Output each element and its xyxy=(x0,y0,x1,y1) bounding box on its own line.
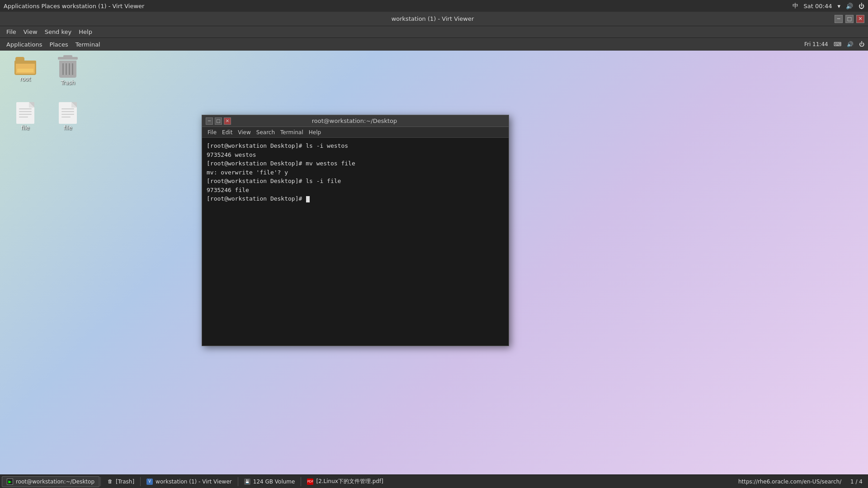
file-icon-shape-1 xyxy=(16,102,34,124)
taskbar-pdf-label: [2.Linux下的文件管理.pdf] xyxy=(316,478,383,485)
vv-menu-view[interactable]: View xyxy=(20,28,41,35)
terminal-body[interactable]: [root@workstation Desktop]# ls -i westos… xyxy=(202,138,509,346)
terminal-line-2: [root@workstation Desktop]# mv westos fi… xyxy=(207,159,504,168)
terminal-titlebar: ─ □ ✕ root@workstation:~/Desktop xyxy=(202,115,509,127)
trash-lid xyxy=(58,57,78,60)
taskbar-item-pdf[interactable]: PDF [2.Linux下的文件管理.pdf] xyxy=(302,476,388,487)
terminal-line-0: [root@workstation Desktop]# ls -i westos xyxy=(207,141,504,150)
host-topbar: Applications Places workstation (1) - Vi… xyxy=(0,0,868,12)
taskbar-sep-1 xyxy=(100,477,101,486)
terminal-title-text: root@workstation:~/Desktop xyxy=(231,117,478,124)
trash-line-1 xyxy=(62,63,64,75)
term-menu-help[interactable]: Help xyxy=(306,129,324,136)
virt-viewer-menubar: File View Send key Help xyxy=(0,26,868,38)
vv-close-button[interactable]: ✕ xyxy=(856,15,864,23)
terminal-line-4: [root@workstation Desktop]# ls -i file xyxy=(207,177,504,186)
desktop-icon-trash[interactable]: Trash xyxy=(50,54,86,89)
host-taskbar: ▶ root@workstation:~/Desktop 🗑 [Trash] V… xyxy=(0,474,868,488)
taskbar-item-terminal[interactable]: ▶ root@workstation:~/Desktop xyxy=(2,476,99,487)
folder-icon xyxy=(14,57,36,75)
trash-line-3 xyxy=(69,63,70,75)
file-line-1c xyxy=(19,114,32,115)
terminal-window: ─ □ ✕ root@workstation:~/Desktop File Ed… xyxy=(202,115,509,346)
file-corner-1 xyxy=(29,102,34,108)
taskbar-sep-3 xyxy=(238,477,238,486)
guest-terminal-button[interactable]: Terminal xyxy=(73,41,103,48)
guest-panel-left: Applications Places Terminal xyxy=(4,41,103,48)
host-time: Sat 00:44 xyxy=(804,3,832,9)
desktop-icon-trash-label: Trash xyxy=(61,80,75,86)
guest-panel-right: Fri 11:44 ⌨ 🔊 ⏻ xyxy=(804,41,864,47)
trash-line-4 xyxy=(72,63,73,75)
taskbar-volume-icon: 💾 xyxy=(244,479,250,485)
file-lines-2 xyxy=(59,108,77,119)
desktop-icon-file1[interactable]: file xyxy=(7,99,43,134)
terminal-close-button[interactable]: ✕ xyxy=(224,117,231,125)
folder-inner xyxy=(16,64,35,74)
guest-places-button[interactable]: Places xyxy=(47,41,71,48)
guest-panel: Applications Places Terminal Fri 11:44 ⌨… xyxy=(0,38,868,51)
power-icon: ⏻ xyxy=(859,3,864,9)
term-menu-terminal[interactable]: Terminal xyxy=(278,129,306,136)
desktop-icon-root[interactable]: root xyxy=(7,54,43,85)
guest-power-icon: ⏻ xyxy=(859,41,864,47)
host-places-button[interactable]: Places xyxy=(41,3,60,9)
terminal-cursor xyxy=(306,196,310,202)
trash-lines xyxy=(62,63,73,75)
taskbar-virt-icon: V xyxy=(146,479,153,485)
terminal-line-5: 9735246 file xyxy=(207,186,504,195)
guest-sound-icon: 🔊 xyxy=(847,41,854,47)
terminal-line-3: mv: overwrite 'file'? y xyxy=(207,168,504,177)
file-corner-2 xyxy=(71,102,77,108)
file-line-2b xyxy=(61,111,74,112)
host-apps-button[interactable]: Applications xyxy=(4,3,39,9)
vv-menu-sendkey[interactable]: Send key xyxy=(41,28,75,35)
host-topbar-left: Applications Places workstation (1) - Vi… xyxy=(4,3,144,9)
taskbar-volume-label: 124 GB Volume xyxy=(253,479,295,485)
terminal-maximize-button[interactable]: □ xyxy=(215,117,222,125)
virt-viewer-titlebar: workstation (1) - Virt Viewer ─ □ ✕ xyxy=(0,12,868,26)
network-icon: ▾ xyxy=(837,3,840,9)
folder-body xyxy=(14,61,36,75)
file-icon-shape-2 xyxy=(59,102,77,124)
vv-menu-file[interactable]: File xyxy=(3,28,20,35)
term-menu-edit[interactable]: Edit xyxy=(219,129,235,136)
folder-highlight xyxy=(17,69,33,72)
terminal-menubar: File Edit View Search Terminal Help xyxy=(202,127,509,138)
taskbar-right: https://rhe6.oracle.com/en-US/search/ 1 … xyxy=(738,479,866,485)
taskbar-pdf-icon: PDF xyxy=(307,479,313,485)
taskbar-terminal-icon: ▶ xyxy=(7,479,13,485)
terminal-line-1: 9735246 westos xyxy=(207,150,504,160)
taskbar-sep-4 xyxy=(301,477,301,486)
taskbar-url: https://rhe6.oracle.com/en-US/search/ xyxy=(738,479,841,485)
vv-window-controls: ─ □ ✕ xyxy=(835,15,864,23)
taskbar-virt-label: workstation (1) - Virt Viewer xyxy=(156,479,232,485)
file-line-1a xyxy=(19,108,32,109)
desktop-icon-file1-label: file xyxy=(21,125,29,131)
guest-apps-button[interactable]: Applications xyxy=(4,41,45,48)
desktop-icon-file2[interactable]: file xyxy=(50,99,86,134)
file-line-2c xyxy=(61,114,74,115)
terminal-window-controls: ─ □ ✕ xyxy=(206,117,231,125)
guest-keyboard-icon: ⌨ xyxy=(834,41,841,47)
desktop-icon-root-label: root xyxy=(20,76,31,82)
vv-maximize-button[interactable]: □ xyxy=(845,15,854,23)
file-line-2a xyxy=(61,108,74,109)
term-menu-search[interactable]: Search xyxy=(254,129,278,136)
file-line-1d xyxy=(19,117,28,117)
host-title: workstation (1) - Virt Viewer xyxy=(62,3,145,9)
taskbar-item-volume[interactable]: 💾 124 GB Volume xyxy=(239,476,300,487)
trash-body xyxy=(59,61,76,78)
taskbar-terminal-label: root@workstation:~/Desktop xyxy=(16,479,94,485)
vv-minimize-button[interactable]: ─ xyxy=(835,15,843,23)
taskbar-trash-label: [Trash] xyxy=(116,479,134,485)
term-menu-file[interactable]: File xyxy=(205,129,219,136)
vv-menu-help[interactable]: Help xyxy=(75,28,96,35)
taskbar-item-virt[interactable]: V workstation (1) - Virt Viewer xyxy=(142,476,237,487)
host-topbar-right: 中 Sat 00:44 ▾ 🔊 ⏻ xyxy=(793,2,864,10)
guest-time: Fri 11:44 xyxy=(804,41,828,47)
taskbar-page: 1 / 4 xyxy=(850,479,863,485)
taskbar-item-trash[interactable]: 🗑 [Trash] xyxy=(102,476,139,487)
term-menu-view[interactable]: View xyxy=(235,129,253,136)
terminal-minimize-button[interactable]: ─ xyxy=(206,117,213,125)
